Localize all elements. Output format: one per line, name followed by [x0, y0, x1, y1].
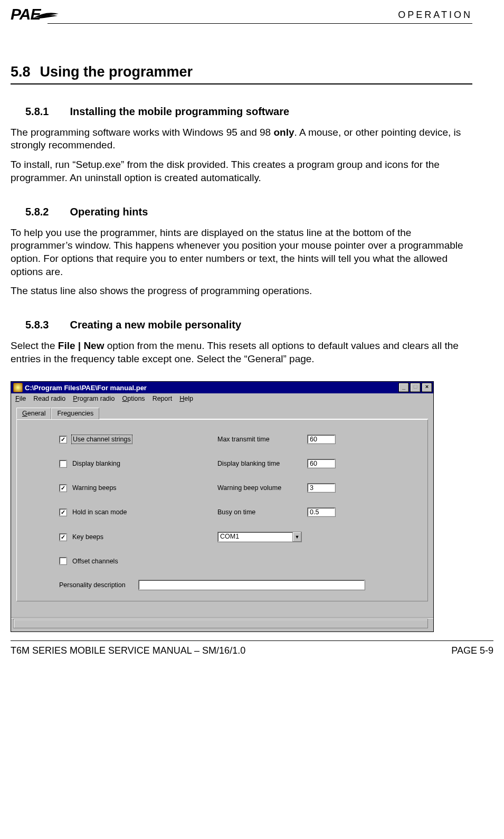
section-number: 5.8	[11, 64, 31, 80]
combo-port-value: COM1	[218, 532, 292, 542]
app-window: C:\Program Files\PAE\For manual.per _ □ …	[11, 381, 434, 632]
page-footer: T6M SERIES MOBILE SERVICE MANUAL – SM/16…	[11, 640, 493, 656]
paragraph: Select the File | New option from the me…	[11, 340, 472, 365]
checkbox-hold-in-scan[interactable]	[59, 508, 67, 516]
paragraph: To install, run “Setup.exe” from the dis…	[11, 158, 472, 184]
logo-swoosh-icon	[32, 8, 60, 22]
app-icon	[13, 383, 23, 392]
titlebar: C:\Program Files\PAE\For manual.per _ □ …	[11, 382, 433, 393]
minimize-button[interactable]: _	[398, 383, 409, 392]
label-hold-in-scan: Hold in scan mode	[72, 508, 127, 516]
input-warning-beep-volume[interactable]	[307, 483, 336, 493]
menu-options[interactable]: Options	[122, 395, 145, 402]
checkbox-display-blanking[interactable]	[59, 460, 67, 468]
menu-file[interactable]: File	[15, 395, 26, 402]
label-use-channel-strings: Use channel strings	[72, 436, 131, 443]
paragraph: To help you use the programmer, hints ar…	[11, 227, 472, 279]
menu-report[interactable]: Report	[153, 395, 173, 402]
status-cell	[13, 619, 428, 628]
label-warning-beep-volume: Warning beep volume	[217, 484, 307, 492]
logo: PAE	[11, 5, 60, 24]
section-heading: 5.8Using the programmer	[11, 64, 472, 84]
label-max-transmit-time: Max transmit time	[217, 436, 307, 443]
chevron-down-icon[interactable]: ▼	[292, 532, 301, 542]
tab-strip: General Frequencies	[16, 407, 428, 419]
header-rule	[47, 23, 472, 24]
menu-read-radio[interactable]: Read radio	[33, 395, 65, 402]
footer-right: PAGE 5-9	[451, 645, 493, 656]
label-warning-beeps: Warning beeps	[72, 484, 117, 492]
tab-frequencies[interactable]: Frequencies	[51, 408, 99, 419]
input-max-transmit-time[interactable]	[307, 435, 336, 444]
input-display-blanking-time[interactable]	[307, 459, 336, 468]
close-button[interactable]: ×	[422, 383, 432, 392]
label-busy-on-time: Busy on time	[217, 508, 307, 516]
checkbox-warning-beeps[interactable]	[59, 484, 67, 492]
input-personality-description[interactable]	[138, 580, 365, 590]
label-display-blanking-time: Display blanking time	[217, 460, 307, 467]
menubar: File Read radio Program radio Options Re…	[11, 393, 433, 404]
checkbox-key-beeps[interactable]	[59, 533, 67, 541]
tab-general[interactable]: General	[16, 408, 51, 419]
subsection-heading: 5.8.1Installing the mobile programming s…	[25, 106, 472, 118]
status-bar	[11, 617, 433, 631]
label-key-beeps: Key beeps	[72, 533, 103, 541]
input-busy-on-time[interactable]	[307, 507, 336, 517]
label-display-blanking: Display blanking	[72, 460, 120, 467]
label-personality-description: Personality description	[59, 581, 126, 589]
subsection-heading: 5.8.2Operating hints	[25, 206, 472, 218]
maximize-button[interactable]: □	[410, 383, 421, 392]
menu-help[interactable]: Help	[179, 395, 193, 402]
subsection-heading: 5.8.3Creating a new mobile personality	[25, 319, 472, 331]
header-category: OPERATION	[398, 5, 472, 21]
checkbox-offset-channels[interactable]	[59, 557, 67, 565]
footer-left: T6M SERIES MOBILE SERVICE MANUAL – SM/16…	[11, 645, 245, 656]
checkbox-use-channel-strings[interactable]	[59, 436, 67, 444]
tab-panel-general: Use channel strings Max transmit time Di…	[16, 419, 428, 601]
combo-port[interactable]: COM1 ▼	[217, 532, 302, 542]
label-offset-channels: Offset channels	[72, 558, 118, 565]
menu-program-radio[interactable]: Program radio	[73, 395, 115, 402]
window-title: C:\Program Files\PAE\For manual.per	[25, 384, 147, 392]
paragraph: The programming software works with Wind…	[11, 126, 472, 152]
paragraph: The status line also shows the progress …	[11, 285, 472, 298]
section-title: Using the programmer	[40, 64, 193, 80]
